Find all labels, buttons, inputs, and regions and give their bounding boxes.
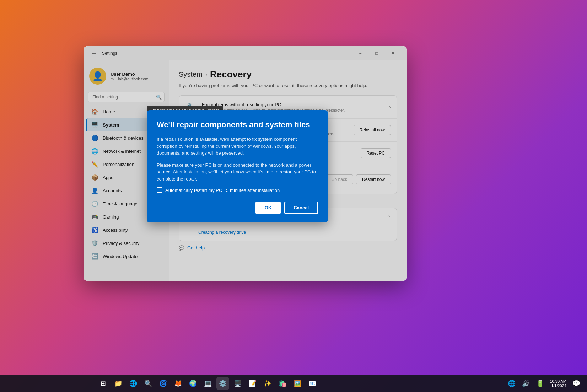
taskbar-sound-icon[interactable]: 🔊 <box>519 377 532 390</box>
taskbar-search[interactable]: 🔍 <box>142 377 155 390</box>
settings-window: ← Settings − □ ✕ 👤 User Demo m__lab@outl… <box>84 46 407 281</box>
taskbar-widget-1[interactable]: 🌀 <box>157 377 169 390</box>
taskbar-cortana[interactable]: ✨ <box>261 377 274 390</box>
auto-restart-checkbox[interactable] <box>157 187 162 193</box>
taskbar-mail[interactable]: 📧 <box>306 377 319 390</box>
taskbar-start-button[interactable]: ⊞ <box>97 377 110 390</box>
taskbar-firefox[interactable]: 🦊 <box>172 377 184 390</box>
repair-dialog: We'll repair components and system files… <box>147 110 328 222</box>
taskbar-network-icon[interactable]: 🌐 <box>505 377 518 390</box>
taskbar: ⊞ 📁 🌐 🔍 🌀 🦊 🌍 💻 ⚙️ 🖥️ 📝 ✨ 🛍️ 🖼️ 📧 🌐 🔊 🔋 … <box>0 375 587 392</box>
taskbar-notes[interactable]: 📝 <box>246 377 259 390</box>
dialog-paragraph-2: Please make sure your PC is on and conne… <box>157 162 318 183</box>
dialog-cancel-button[interactable]: Cancel <box>284 202 318 214</box>
taskbar-chrome[interactable]: 🌍 <box>187 377 199 390</box>
taskbar-time-display: 10:30 AM <box>550 379 566 383</box>
taskbar-terminal[interactable]: 🖥️ <box>231 377 244 390</box>
dialog-title: We'll repair components and system files <box>157 120 318 129</box>
taskbar-notification[interactable]: 💬 <box>570 377 583 390</box>
dialog-checkbox-row: Automatically restart my PC 15 minutes a… <box>157 187 318 193</box>
dialog-buttons: OK Cancel <box>157 202 318 214</box>
dialog-ok-button[interactable]: OK <box>255 202 281 214</box>
taskbar-system-tray: 🌐 🔊 🔋 10:30 AM 1/1/2024 💬 <box>505 377 583 390</box>
taskbar-photos[interactable]: 🖼️ <box>291 377 304 390</box>
taskbar-edge[interactable]: 💻 <box>201 377 214 390</box>
dialog-paragraph-1: If a repair solution is available, we'll… <box>157 136 318 157</box>
taskbar-browser-1[interactable]: 🌐 <box>127 377 140 390</box>
taskbar-date-display: 1/1/2024 <box>551 383 566 388</box>
taskbar-battery-icon[interactable]: 🔋 <box>534 377 546 390</box>
taskbar-center: ⊞ 📁 🌐 🔍 🌀 🦊 🌍 💻 ⚙️ 🖥️ 📝 ✨ 🛍️ 🖼️ 📧 <box>97 377 319 390</box>
taskbar-file-explorer[interactable]: 📁 <box>112 377 125 390</box>
taskbar-store[interactable]: 🛍️ <box>276 377 289 390</box>
auto-restart-label: Automatically restart my PC 15 minutes a… <box>165 188 280 193</box>
taskbar-clock[interactable]: 10:30 AM 1/1/2024 <box>548 379 569 388</box>
taskbar-settings[interactable]: ⚙️ <box>216 377 229 390</box>
